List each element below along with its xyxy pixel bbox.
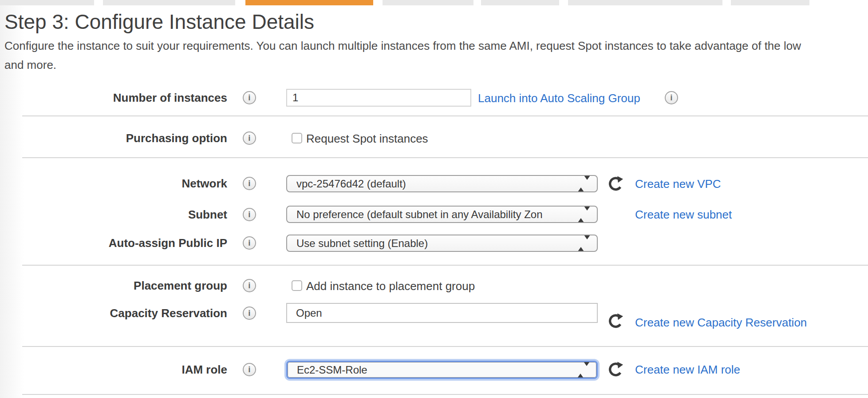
tab-step-4[interactable] [383,0,473,5]
select-updown-icon [578,211,590,219]
tab-step-2[interactable] [103,0,235,5]
iam-role-select[interactable]: Ec2-SSM-Role [286,361,598,379]
number-of-instances-input[interactable] [286,89,471,107]
tab-step-6[interactable] [568,0,722,5]
iam-role-select-value: Ec2-SSM-Role [297,362,577,378]
info-icon[interactable]: i [243,131,256,145]
placement-group-label: Placement group [4,279,227,292]
subnet-label: Subnet [4,208,227,221]
tab-step-1[interactable] [0,0,94,5]
section-divider [22,394,868,395]
placement-group-checkbox-label: Add instance to placement group [306,279,475,293]
purchasing-option-label: Purchasing option [4,131,227,145]
section-divider [22,157,868,158]
refresh-icon[interactable] [607,313,624,330]
subnet-select[interactable]: No preference (default subnet in any Ava… [286,206,598,223]
request-spot-instances-label: Request Spot instances [306,132,428,145]
number-of-instances-label: Number of instances [4,91,227,104]
subnet-select-value: No preference (default subnet in any Ava… [296,207,577,222]
page-description-line1: Configure the instance to suit your requ… [4,39,801,52]
auto-assign-public-ip-select-value: Use subnet setting (Enable) [296,235,577,251]
section-divider [22,265,868,266]
configure-instance-page: Step 3: Configure Instance Details Confi… [0,0,868,398]
section-divider [22,346,868,347]
info-icon[interactable]: i [243,279,256,292]
create-new-capacity-reservation-link[interactable]: Create new Capacity Reservation [635,316,807,329]
refresh-icon[interactable] [607,361,624,378]
info-icon[interactable]: i [665,91,678,104]
create-new-subnet-link[interactable]: Create new subnet [635,208,732,221]
tab-step-5[interactable] [481,0,559,5]
select-updown-icon [578,239,590,247]
select-updown-icon [577,366,590,374]
create-new-iam-role-link[interactable]: Create new IAM role [635,363,740,376]
auto-assign-public-ip-select[interactable]: Use subnet setting (Enable) [286,235,598,252]
select-updown-icon [578,180,590,188]
create-new-vpc-link[interactable]: Create new VPC [635,178,721,190]
page-description-line2: and more. [4,58,56,72]
section-divider [22,115,868,116]
network-select[interactable]: vpc-25476d42 (default) [286,175,598,192]
request-spot-instances-checkbox[interactable] [292,133,302,143]
tab-step-7[interactable] [731,0,809,5]
tab-step-3-active[interactable] [245,0,373,5]
refresh-icon[interactable] [607,175,624,192]
info-icon[interactable]: i [243,177,256,190]
launch-into-auto-scaling-group-link[interactable]: Launch into Auto Scaling Group [478,92,640,104]
capacity-reservation-field[interactable]: Open [286,303,598,323]
info-icon[interactable]: i [243,363,256,376]
network-select-value: vpc-25476d42 (default) [296,176,577,191]
capacity-reservation-value: Open [296,304,322,322]
placement-group-checkbox[interactable] [292,280,302,291]
info-icon[interactable]: i [243,306,256,320]
page-title: Step 3: Configure Instance Details [4,10,314,34]
iam-role-label: IAM role [4,363,227,376]
network-label: Network [4,177,227,190]
info-icon[interactable]: i [243,208,256,221]
info-icon[interactable]: i [243,236,256,250]
auto-assign-public-ip-label: Auto-assign Public IP [4,236,227,250]
capacity-reservation-label: Capacity Reservation [4,306,227,320]
info-icon[interactable]: i [243,91,256,104]
